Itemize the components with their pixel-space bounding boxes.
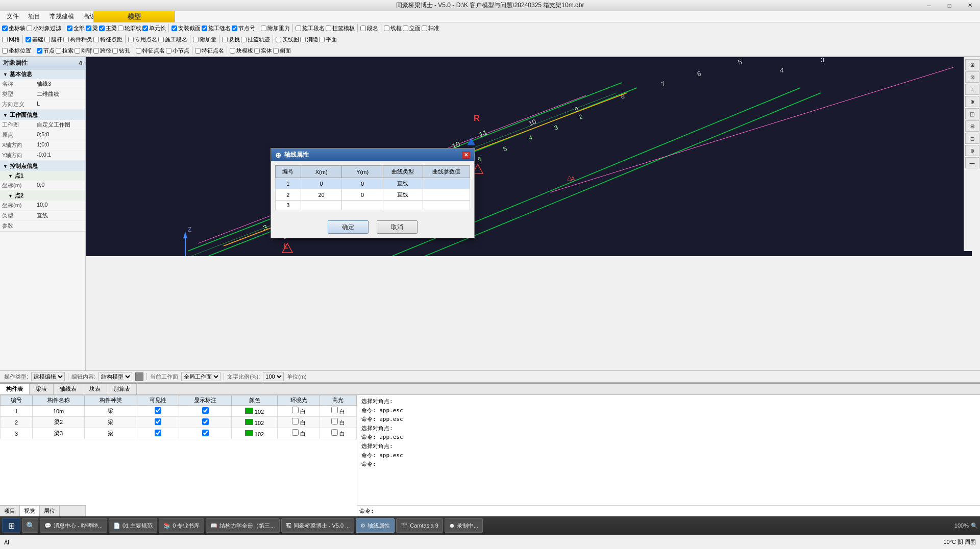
zoom-icon: 🔍 xyxy=(971,522,978,529)
modal-button-row: 确定 取消 xyxy=(271,214,474,238)
cmd-input-row: 命令: xyxy=(357,505,980,516)
cmd-input[interactable] xyxy=(376,508,978,514)
modal-body: 编号 X(m) Y(m) 曲线类型 曲线参数值 1 直线 2 直线 3 xyxy=(271,161,474,214)
modal-title-text: 轴线属性 xyxy=(284,151,309,159)
bl-tab-visual[interactable]: 视觉 xyxy=(20,506,40,516)
modal-cell-param xyxy=(423,201,470,210)
start-icon: ⊞ xyxy=(8,521,15,531)
modal-overlay: ⊕ 轴线属性 ✕ 编号 X(m) Y(m) 曲线类型 曲线参数值 1 xyxy=(0,0,980,439)
msg-icon: 💬 xyxy=(44,522,52,529)
taskbar-mechanics[interactable]: 📖 结构力学全册（第三... xyxy=(206,518,279,533)
specs-icon: 📄 xyxy=(113,522,120,529)
taskbar-recording[interactable]: ⏺ 录制中... xyxy=(445,518,483,533)
modal-cell-param xyxy=(423,178,470,189)
status-bar: Ai 10°C 阴 周围 xyxy=(0,535,980,549)
system-tray: 100% 🔍 xyxy=(954,522,978,529)
bl-tab-layer[interactable]: 层位 xyxy=(40,506,60,516)
modal-table: 编号 X(m) Y(m) 曲线类型 曲线参数值 1 直线 2 直线 3 xyxy=(275,165,470,210)
modal-th-param: 曲线参数值 xyxy=(423,166,470,178)
cmd-prompt: 命令: xyxy=(359,507,374,515)
taskbar-search-btn[interactable]: 🔍 xyxy=(22,518,38,533)
modal-close-button[interactable]: ✕ xyxy=(462,152,470,159)
bottom-left-tabs: 项目 视觉 层位 xyxy=(0,505,86,516)
modal-cell-curve: 直线 xyxy=(383,189,423,201)
taskbar: ⊞ 🔍 💬 消息中心 - 哗哗哗... 📄 01 主要规范 📚 0 专业书库 📖… xyxy=(0,516,980,535)
taskbar-main-app[interactable]: 🏗 同豪桥梁博士 - V5.0 ... xyxy=(281,518,355,533)
status-text: Ai xyxy=(4,539,9,545)
axis-icon-taskbar: ⚙ xyxy=(360,522,365,529)
cmd-log-line: 命令: app.esc xyxy=(361,451,976,460)
modal-confirm-button[interactable]: 确定 xyxy=(328,220,369,234)
app-icon: 🏗 xyxy=(286,522,291,529)
modal-th-curve: 曲线类型 xyxy=(383,166,423,178)
rec-icon: ⏺ xyxy=(449,522,455,529)
modal-cell-id: 3 xyxy=(276,201,301,210)
modal-cell-x[interactable] xyxy=(301,178,342,189)
cmd-log-line: 选择对角点: xyxy=(361,442,976,451)
zoom-level: 100% xyxy=(954,522,969,529)
modal-title-left: ⊕ 轴线属性 xyxy=(275,151,309,159)
modal-cell-x[interactable] xyxy=(301,189,342,201)
modal-row[interactable]: 1 直线 xyxy=(276,178,470,189)
modal-th-y: Y(m) xyxy=(342,166,383,178)
modal-row[interactable]: 3 xyxy=(276,201,470,210)
modal-icon: ⊕ xyxy=(275,151,281,159)
modal-title-bar: ⊕ 轴线属性 ✕ xyxy=(271,148,474,161)
taskbar-pro-lib[interactable]: 📚 0 专业书库 xyxy=(159,518,204,533)
modal-th-x: X(m) xyxy=(301,166,342,178)
modal-row[interactable]: 2 直线 xyxy=(276,189,470,201)
lib-icon: 📚 xyxy=(163,522,170,529)
modal-cell-curve: 直线 xyxy=(383,178,423,189)
modal-cell-id: 1 xyxy=(276,178,301,189)
taskbar-main-specs[interactable]: 📄 01 主要规范 xyxy=(109,518,157,533)
modal-dialog: ⊕ 轴线属性 ✕ 编号 X(m) Y(m) 曲线类型 曲线参数值 1 xyxy=(271,148,475,238)
modal-cell-param xyxy=(423,189,470,201)
mechanics-icon: 📖 xyxy=(210,522,217,529)
bl-tab-project[interactable]: 项目 xyxy=(0,506,20,516)
modal-cell-y[interactable] xyxy=(342,178,383,189)
taskbar-axis-prop[interactable]: ⚙ 轴线属性 xyxy=(356,518,395,533)
search-icon: 🔍 xyxy=(26,521,35,530)
modal-cancel-button[interactable]: 取消 xyxy=(377,220,418,234)
modal-cell-curve xyxy=(383,201,423,210)
modal-th-id: 编号 xyxy=(276,166,301,178)
taskbar-msg-center[interactable]: 💬 消息中心 - 哗哗哗... xyxy=(40,518,107,533)
modal-cell-y[interactable] xyxy=(342,189,383,201)
taskbar-start[interactable]: ⊞ xyxy=(2,518,20,533)
modal-cell-id: 2 xyxy=(276,189,301,201)
cmd-log-line: 命令: xyxy=(361,460,976,469)
camtasia-icon: 🎬 xyxy=(401,522,408,529)
temperature: 10°C 阴 周围 xyxy=(943,538,976,546)
modal-cell-y[interactable] xyxy=(342,201,383,210)
modal-cell-x[interactable] xyxy=(301,201,342,210)
taskbar-camtasia[interactable]: 🎬 Camtasia 9 xyxy=(396,518,443,533)
